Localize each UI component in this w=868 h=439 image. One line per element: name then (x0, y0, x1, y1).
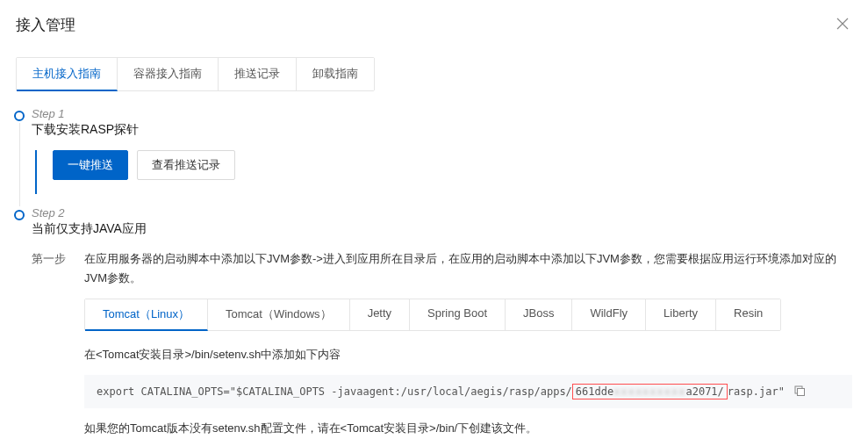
tab-container-guide[interactable]: 容器接入指南 (118, 58, 219, 90)
step-2-subtitle: 当前仅支持JAVA应用 (32, 221, 852, 237)
tab-jetty[interactable]: Jetty (350, 299, 410, 330)
step-connector (19, 123, 20, 206)
step-marker-icon (14, 210, 25, 220)
redact-right: a2071/ (685, 385, 723, 398)
redacted-segment: 661ddexxxxxxxxxxa2071/ (572, 384, 728, 399)
view-push-log-button[interactable]: 查看推送记录 (137, 150, 235, 180)
jvm-description: 在应用服务器的启动脚本中添加以下JVM参数->进入到应用所在目录后，在应用的启动… (84, 249, 852, 288)
tab-spring-boot[interactable]: Spring Boot (410, 299, 506, 330)
redact-left: 661dde (576, 385, 613, 398)
step-1: Step 1 下载安装RASP探针 一键推送 查看推送记录 (16, 107, 852, 194)
step-marker-icon (14, 111, 25, 121)
modal-title: 接入管理 (16, 15, 75, 35)
tab-host-guide[interactable]: 主机接入指南 (17, 58, 118, 91)
tab-jboss[interactable]: JBoss (506, 299, 572, 330)
code-block: export CATALINA_OPTS="$CATALINA_OPTS -ja… (84, 375, 852, 408)
push-button[interactable]: 一键推送 (53, 150, 128, 180)
tab-tomcat-windows[interactable]: Tomcat（Windows） (208, 299, 350, 330)
tab-push-log[interactable]: 推送记录 (219, 58, 297, 90)
substep-label: 第一步 (32, 249, 84, 439)
svg-rect-1 (797, 388, 804, 395)
code-suffix: rasp.jar" (728, 385, 785, 398)
setenv-note: 如果您的Tomcat版本没有setenv.sh配置文件，请在<Tomcat安装目… (84, 421, 852, 436)
server-tabs: Tomcat（Linux） Tomcat（Windows） Jetty Spri… (84, 299, 781, 331)
step-2-title: Step 2 (32, 206, 852, 220)
tab-wildfly[interactable]: WildFly (572, 299, 646, 330)
setenv-instruction: 在<Tomcat安装目录>/bin/setenv.sh中添加如下内容 (84, 347, 852, 363)
step-2: Step 2 当前仅支持JAVA应用 第一步 在应用服务器的启动脚本中添加以下J… (16, 206, 852, 439)
step-1-title: Step 1 (32, 107, 852, 120)
top-tabs: 主机接入指南 容器接入指南 推送记录 卸载指南 (16, 57, 375, 91)
tab-tomcat-linux[interactable]: Tomcat（Linux） (85, 299, 208, 331)
close-icon[interactable] (833, 12, 852, 38)
tab-liberty[interactable]: Liberty (646, 299, 716, 330)
step-1-subtitle: 下载安装RASP探针 (32, 122, 852, 138)
tab-resin[interactable]: Resin (716, 299, 780, 330)
redact-blur: xxxxxxxxxx (613, 385, 685, 398)
copy-icon[interactable] (793, 385, 806, 399)
code-prefix: export CATALINA_OPTS="$CATALINA_OPTS -ja… (97, 385, 572, 398)
tab-uninstall-guide[interactable]: 卸载指南 (297, 58, 374, 90)
